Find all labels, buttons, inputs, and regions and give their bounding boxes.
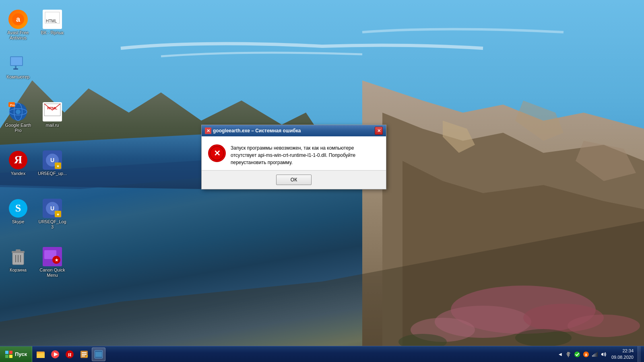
svg-text:Pro: Pro <box>10 104 15 107</box>
svg-text:Я: Я <box>14 153 22 166</box>
vk-label: ВК - Ярлык <box>41 30 64 35</box>
dialog-title-icon: ✕ <box>205 128 211 134</box>
mail-icon: HTML <box>43 102 62 121</box>
svg-point-31 <box>16 109 21 114</box>
desktop-icon-google-earth[interactable]: Pro Google Earth Pro <box>2 101 34 135</box>
start-button[interactable]: Пуск <box>0 346 32 362</box>
desktop-icon-computer[interactable]: Компьютер <box>2 52 34 81</box>
desktop-icon-trash[interactable]: Корзина <box>2 245 34 274</box>
taskbar-tray: ◀ a <box>554 346 644 362</box>
google-earth-icon: Pro <box>8 102 28 121</box>
taskbar-active-window[interactable] <box>92 348 105 361</box>
ur5eqf-log3-icon: U ★ <box>43 199 62 218</box>
svg-rect-87 <box>566 354 568 354</box>
svg-rect-95 <box>596 353 597 357</box>
dialog-title-label: googleearth.exe – Системная ошибка <box>213 128 301 134</box>
svg-text:★: ★ <box>56 212 60 216</box>
ur5eqf-log3-label: UR5EQF_Log 3 <box>38 219 67 230</box>
ur5eqf-up-label: UR5EQF_up... <box>38 171 67 176</box>
svg-rect-93 <box>593 354 594 357</box>
taskbar-apps: Я <box>32 346 107 362</box>
desktop-icon-skype[interactable]: S Skype <box>2 197 34 226</box>
dialog-titlebar: ✕ googleearth.exe – Системная ошибка ✕ <box>202 125 386 136</box>
taskbar: Пуск Я <box>0 346 644 362</box>
canon-label: Canon Quick Menu <box>38 267 67 278</box>
dialog-footer: ОК <box>202 170 386 189</box>
clock-time: 22:34 <box>611 348 634 354</box>
tray-shield-icon[interactable]: a <box>582 351 590 358</box>
svg-text:S: S <box>15 202 21 214</box>
trash-label: Корзина <box>10 267 27 273</box>
svg-rect-86 <box>568 356 569 357</box>
desktop-icon-vk[interactable]: HTML ВК - Ярлык <box>36 8 68 37</box>
svg-point-14 <box>411 318 475 342</box>
desktop-icon-canon[interactable]: ★ Canon Quick Menu <box>36 245 68 280</box>
dialog-ok-button[interactable]: ОК <box>276 175 312 185</box>
svg-text:★: ★ <box>56 164 60 168</box>
tray-expand-arrow[interactable]: ◀ <box>557 352 563 356</box>
svg-text:✕: ✕ <box>206 128 210 133</box>
svg-text:U: U <box>50 157 54 163</box>
tray-volume-icon[interactable] <box>600 351 607 358</box>
svg-rect-96 <box>597 352 598 357</box>
taskbar-explorer[interactable] <box>34 348 47 361</box>
yandex-label: Yandex <box>11 171 26 176</box>
svg-text:a: a <box>16 15 21 23</box>
desktop-icon-avast[interactable]: a Avast Free Antivirus <box>2 8 34 42</box>
tray-usb-icon[interactable] <box>565 351 572 358</box>
yandex-icon: Я <box>8 150 28 170</box>
clock-date: 09.08.2020 <box>611 354 634 360</box>
svg-text:HTML: HTML <box>46 19 57 23</box>
desktop: a Avast Free Antivirus HTML ВК - Ярлык <box>0 0 644 362</box>
svg-text:★: ★ <box>55 258 59 262</box>
taskbar-yandex-browser[interactable]: Я <box>63 348 76 361</box>
svg-text:U: U <box>50 205 54 212</box>
canon-icon: ★ <box>43 247 62 266</box>
ur5eqf-up-icon: U ★ <box>43 150 62 170</box>
taskbar-planner[interactable] <box>77 348 91 361</box>
svg-point-13 <box>523 304 604 332</box>
dialog-content-area: ✕ Запуск программы невозможен, так как н… <box>202 136 386 170</box>
svg-point-11 <box>451 286 596 334</box>
system-clock[interactable]: 22:34 09.08.2020 <box>609 348 636 360</box>
tray-signal-icon[interactable] <box>591 351 599 358</box>
error-icon: ✕ <box>208 144 226 162</box>
svg-rect-27 <box>13 68 18 70</box>
dialog-message-text: Запуск программы невозможен, так как на … <box>231 144 380 166</box>
error-dialog: ✕ googleearth.exe – Системная ошибка ✕ ✕… <box>201 125 386 189</box>
mail-label: mail.ru <box>45 123 59 128</box>
svg-point-17 <box>515 329 572 347</box>
desktop-icon-ur5eqf-up[interactable]: U ★ UR5EQF_up... <box>36 149 68 178</box>
svg-point-12 <box>435 306 531 338</box>
dialog-title-area: ✕ googleearth.exe – Системная ошибка <box>205 128 301 134</box>
svg-rect-73 <box>37 352 40 354</box>
svg-text:a: a <box>585 352 587 357</box>
computer-icon <box>8 54 28 73</box>
svg-rect-55 <box>16 249 21 251</box>
desktop-icon-yandex[interactable]: Я Yandex <box>2 149 34 178</box>
svg-rect-84 <box>95 352 102 357</box>
svg-rect-69 <box>5 355 8 358</box>
skype-icon: S <box>8 199 28 218</box>
taskbar-media[interactable] <box>48 348 62 361</box>
computer-label: Компьютер <box>7 74 30 80</box>
svg-rect-25 <box>11 57 22 65</box>
svg-rect-26 <box>15 66 17 68</box>
google-earth-label: Google Earth Pro <box>4 123 33 133</box>
error-symbol-icon: ✕ <box>210 146 224 160</box>
svg-marker-7 <box>402 161 644 362</box>
dialog-close-button[interactable]: ✕ <box>375 127 383 135</box>
show-desktop-button[interactable] <box>638 346 641 362</box>
skype-label: Skype <box>12 219 25 224</box>
svg-rect-92 <box>592 355 593 357</box>
svg-rect-70 <box>9 355 12 358</box>
desktop-icon-mail[interactable]: HTML mail.ru <box>36 101 68 130</box>
svg-text:Я: Я <box>68 352 72 358</box>
svg-text:HTML: HTML <box>47 106 58 110</box>
tray-checkmark-icon[interactable] <box>574 351 581 358</box>
trash-icon <box>8 247 28 266</box>
desktop-icons: a Avast Free Antivirus HTML ВК - Ярлык <box>0 4 80 318</box>
svg-point-89 <box>574 352 580 357</box>
avast-label: Avast Free Antivirus <box>4 30 33 41</box>
desktop-icon-ur5eqf-log3[interactable]: U ★ UR5EQF_Log 3 <box>36 197 68 231</box>
